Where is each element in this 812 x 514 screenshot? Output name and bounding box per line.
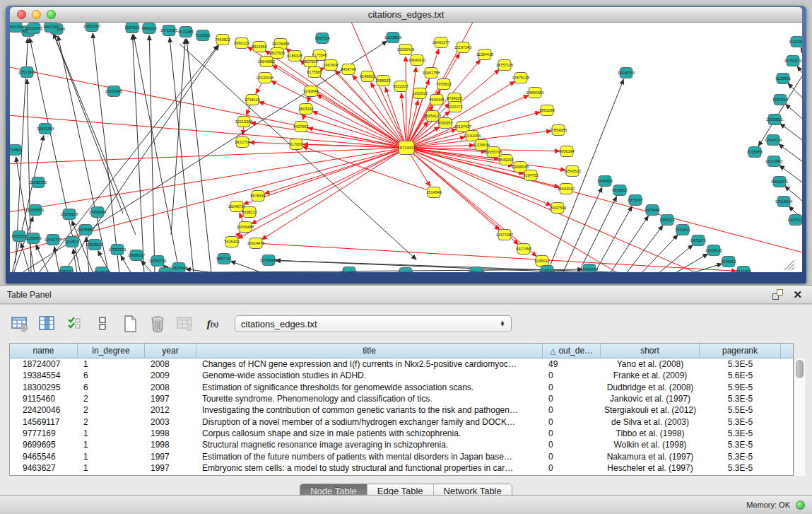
table-cell[interactable]: 2008 xyxy=(145,358,196,370)
graph-node[interactable]: 7625402 xyxy=(224,237,239,247)
close-panel-icon[interactable]: ✕ xyxy=(793,289,802,300)
table-cell[interactable]: Wolkin et al. (1998) xyxy=(601,439,700,450)
graph-node[interactable]: 9322037 xyxy=(393,81,408,92)
graph-node[interactable]: 10853287 xyxy=(83,23,100,32)
table-row[interactable]: 946362711997Embryonic stem cells: a mode… xyxy=(10,462,793,474)
table-row[interactable]: 946554611997Estimation of the future num… xyxy=(10,450,793,462)
table-cell[interactable]: 5.3E-5 xyxy=(700,416,781,427)
table-cell[interactable]: 49 xyxy=(543,358,601,370)
graph-node[interactable]: 8427552 xyxy=(293,122,308,132)
table-cell[interactable]: 18724007 xyxy=(10,358,78,370)
table-cell[interactable]: Dudbridge et al. (2008) xyxy=(601,382,700,393)
graph-node[interactable]: 8958923 xyxy=(612,185,627,196)
table-cell[interactable]: 0 xyxy=(543,393,601,404)
table-cell[interactable]: 1997 xyxy=(145,393,196,404)
column-select-icon[interactable] xyxy=(37,314,57,334)
table-cell[interactable]: 18300295 xyxy=(10,382,78,393)
graph-node[interactable]: 15751074 xyxy=(784,56,801,66)
hub-node[interactable]: 18724007 xyxy=(398,141,415,155)
graph-node[interactable]: 1810754 xyxy=(235,137,249,148)
table-cell[interactable]: 2 xyxy=(78,393,145,404)
graph-node[interactable]: 20206528 xyxy=(61,209,78,220)
graph-node[interactable]: 20531283 xyxy=(37,124,54,134)
table-cell[interactable]: 5.3E-5 xyxy=(700,428,781,439)
graph-node[interactable]: 18640910 xyxy=(408,55,425,66)
graph-node[interactable]: 9245652 xyxy=(721,257,736,267)
table-cell[interactable]: Tibbo et al. (1998) xyxy=(601,428,700,439)
graph-node[interactable]: 1527602 xyxy=(124,23,139,33)
graph-node[interactable]: 8096957 xyxy=(437,118,452,129)
graph-node[interactable]: 16648794 xyxy=(618,68,635,78)
column-header-short[interactable]: short xyxy=(601,344,700,358)
graph-node[interactable]: 6379197 xyxy=(628,195,642,206)
table-cell[interactable]: 5.3E-5 xyxy=(700,462,781,474)
table-cell[interactable]: 5.3E-5 xyxy=(700,439,781,450)
graph-node[interactable]: 9474444 xyxy=(645,205,659,216)
graph-node[interactable]: 2803144 xyxy=(298,104,313,115)
graph-node[interactable]: 10719155 xyxy=(160,25,177,36)
float-panel-icon[interactable] xyxy=(772,289,783,300)
table-cell[interactable]: 6 xyxy=(78,370,145,381)
table-cell[interactable]: 5.3E-5 xyxy=(700,393,781,404)
table-cell[interactable]: Nakamura et al. (1997) xyxy=(601,450,700,462)
graph-node[interactable]: 11121504 xyxy=(789,37,802,47)
graph-node[interactable]: 11675315 xyxy=(787,215,802,226)
column-header-in_degree[interactable]: in_degree xyxy=(78,344,145,358)
graph-node[interactable]: 8960123 xyxy=(234,38,249,49)
graph-node[interactable]: 1514549 xyxy=(426,187,441,198)
graph-node[interactable]: 5698222 xyxy=(242,207,257,218)
table-cell[interactable]: 0 xyxy=(543,439,601,450)
table-cell[interactable]: 1 xyxy=(78,428,145,439)
graph-node[interactable]: 9806394 xyxy=(559,146,574,157)
table-cell[interactable]: 0 xyxy=(543,416,601,427)
graph-node[interactable]: 12505115 xyxy=(86,240,103,250)
graph-node[interactable]: 22420046 xyxy=(257,73,273,83)
column-header-year[interactable]: year xyxy=(145,344,196,358)
graph-node[interactable]: 16210643 xyxy=(765,156,782,167)
graph-node[interactable]: 8912691 xyxy=(158,268,172,273)
graph-node[interactable]: 1588520 xyxy=(375,76,390,86)
window-titlebar[interactable]: citations_edges.txt xyxy=(10,7,802,23)
table-cell[interactable]: 1997 xyxy=(145,462,196,474)
graph-node[interactable]: 7932621 xyxy=(675,225,690,235)
column-header-name[interactable]: name xyxy=(10,344,78,358)
graph-node[interactable]: 917006 xyxy=(290,139,302,150)
table-row[interactable]: 911546021997Tourette syndrome. Phenomeno… xyxy=(10,393,793,404)
table-cell[interactable]: 2008 xyxy=(145,382,196,393)
table-row[interactable]: 977716911998Corpus callosum shape and si… xyxy=(10,428,793,439)
graph-node[interactable]: 8549293 xyxy=(498,155,513,165)
graph-node[interactable]: 7463822 xyxy=(215,35,230,45)
table-cell[interactable]: 1998 xyxy=(145,428,196,439)
column-header-out_de[interactable]: △out_de… xyxy=(543,344,601,358)
table-cell[interactable]: 5.3E-5 xyxy=(700,450,781,462)
graph-node[interactable]: 1921072 xyxy=(447,102,462,112)
table-row[interactable]: 1872400712008Changes of HCN gene express… xyxy=(10,358,793,370)
graph-node[interactable]: 7515526 xyxy=(195,30,210,41)
table-cell[interactable]: Genome-wide association studies in ADHD. xyxy=(196,370,543,381)
graph-node[interactable]: 8186328 xyxy=(287,51,302,62)
graph-node[interactable]: 9462733 xyxy=(43,23,58,33)
table-cell[interactable]: Estimation of the future numbers of pati… xyxy=(196,450,543,462)
graph-node[interactable]: 6671385 xyxy=(178,27,193,37)
graph-node[interactable]: 16961758 xyxy=(423,68,440,78)
table-cell[interactable]: Tourette syndrome. Phenomenology and cla… xyxy=(196,393,543,404)
new-file-icon[interactable] xyxy=(120,314,140,334)
table-cell[interactable]: 0 xyxy=(543,462,601,474)
table-cell[interactable]: 2 xyxy=(78,404,145,416)
table-cell[interactable]: 6 xyxy=(78,382,145,393)
graph-node[interactable]: 15954123 xyxy=(424,111,441,122)
table-cell[interactable]: 5.9E-5 xyxy=(700,382,781,393)
graph-node[interactable]: 16914479 xyxy=(247,238,264,249)
table-cell[interactable]: 1 xyxy=(78,439,145,450)
table-cell[interactable]: 9115460 xyxy=(10,393,78,404)
graph-node[interactable]: 2718126 xyxy=(245,95,259,105)
graph-node[interactable]: 12093821 xyxy=(766,115,783,125)
table-cell[interactable]: 9699695 xyxy=(10,439,78,450)
graph-node[interactable]: 9175685 xyxy=(307,67,322,78)
graph-node[interactable]: 8990448 xyxy=(429,95,444,105)
table-cell[interactable]: 1997 xyxy=(145,450,196,462)
graph-node[interactable]: 2935114 xyxy=(659,215,674,226)
table-cell[interactable]: 2 xyxy=(78,416,145,427)
graph-node[interactable]: 10469764 xyxy=(581,264,598,273)
graph-node[interactable]: 20532975 xyxy=(25,23,42,34)
